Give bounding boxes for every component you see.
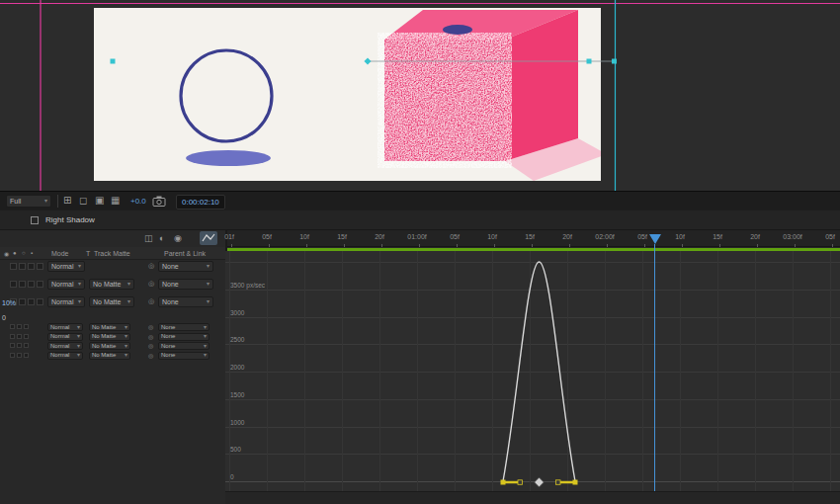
layer-switch[interactable] — [17, 334, 22, 339]
layer-switch[interactable] — [28, 298, 35, 305]
column-mode[interactable]: Mode — [51, 250, 69, 257]
audio-icon: ● — [13, 250, 17, 256]
pickwhip-icon[interactable]: ◎ — [148, 333, 153, 340]
layer-switch[interactable] — [24, 324, 29, 329]
video-eye-icon: ◉ — [4, 250, 9, 257]
motion-blur-icon[interactable]: ◐ — [159, 233, 164, 243]
layer-switch[interactable] — [28, 263, 35, 270]
blend-mode-dropdown[interactable]: Normal▾ — [47, 279, 85, 290]
circle-shadow[interactable] — [186, 150, 271, 166]
column-parent-link[interactable]: Parent & Link — [164, 250, 206, 257]
toggle-mask-visibility-icon[interactable]: ◻ — [79, 196, 87, 206]
auto-keyframe-icon[interactable]: ◉ — [174, 233, 182, 243]
layer-switch[interactable] — [10, 334, 15, 339]
column-t[interactable]: T — [86, 250, 90, 257]
toggle-transparency-grid-icon[interactable]: ▦ — [111, 196, 120, 206]
keyframe-handle-inner-right[interactable] — [556, 480, 561, 485]
layer-switch[interactable] — [17, 353, 22, 358]
viewer-toolbar: Full ▾ ⊞ ◻ ▣ ▦ +0.0 0:00:02:10 — [0, 191, 840, 210]
parent-link-dropdown[interactable]: None▾ — [158, 323, 210, 331]
layer-switch[interactable] — [24, 334, 29, 339]
track-matte-dropdown[interactable]: No Matte▾ — [89, 342, 130, 350]
playhead-line[interactable] — [654, 244, 655, 491]
layer-row: Normal▾ No Matte▾ ◎ None▾ — [0, 333, 225, 341]
keyframe-handle-outer-left[interactable] — [501, 480, 506, 485]
layer-switch[interactable] — [17, 324, 22, 329]
parent-link-dropdown[interactable]: None▾ — [158, 342, 210, 350]
time-ruler[interactable]: 01f 05f 10f 15f 20f 01:00f 05f 10f 15f 2… — [227, 230, 840, 247]
blend-mode-dropdown[interactable]: Normal▾ — [47, 296, 85, 307]
snapshot-camera-icon[interactable] — [152, 196, 166, 207]
graph-editor-toggle[interactable] — [200, 231, 217, 245]
layer-switch[interactable] — [10, 343, 15, 348]
timecode-display[interactable]: 0:00:02:10 — [176, 195, 225, 210]
selection-handle-left[interactable] — [111, 59, 116, 64]
keyframe-diamond[interactable] — [535, 477, 545, 487]
pickwhip-icon[interactable]: ◎ — [148, 297, 154, 305]
layer-row: Normal▾ No Matte▾ ◎ None▾ — [0, 323, 225, 331]
selection-handle-mid[interactable] — [587, 59, 592, 64]
speed-curve[interactable] — [503, 262, 575, 481]
layer-switch[interactable] — [24, 353, 29, 358]
layer-switch[interactable] — [10, 353, 15, 358]
chevron-down-icon: ▾ — [207, 262, 210, 271]
playhead-marker[interactable] — [649, 234, 661, 244]
exposure-value[interactable]: +0.0 — [130, 197, 146, 206]
layer-switch[interactable] — [10, 281, 17, 288]
frame-blending-icon[interactable]: ◫ — [144, 233, 153, 243]
layer-switch[interactable] — [37, 298, 43, 305]
chevron-down-icon: ▾ — [204, 323, 207, 332]
parent-link-dropdown[interactable]: None▾ — [158, 261, 213, 272]
layer-switch[interactable] — [24, 343, 29, 348]
track-matte-dropdown[interactable]: No Matte▾ — [89, 323, 130, 331]
layer-switch[interactable] — [10, 263, 17, 270]
blend-mode-dropdown[interactable]: Normal▾ — [47, 342, 83, 350]
chevron-down-icon: ▾ — [127, 280, 130, 289]
property-value-zero[interactable]: 0 — [2, 314, 6, 321]
grid-and-guide-options-icon[interactable]: ⊞ — [63, 196, 71, 206]
layer-switch[interactable] — [19, 298, 26, 305]
selection-handle-right[interactable] — [612, 59, 617, 64]
parent-link-dropdown[interactable]: None▾ — [158, 352, 210, 360]
track-matte-dropdown[interactable]: No Matte▾ — [89, 296, 134, 307]
blend-mode-dropdown[interactable]: Normal▾ — [47, 261, 85, 272]
chevron-down-icon: ▾ — [77, 332, 80, 341]
graph-editor-area[interactable]: 3500 px/sec 3000 2500 2000 1500 1000 500… — [225, 251, 840, 491]
cube-top-hole[interactable] — [443, 25, 472, 35]
keyframe-handle-inner-left[interactable] — [518, 480, 523, 485]
layer-switch[interactable] — [28, 281, 35, 288]
layer-switch[interactable] — [37, 263, 43, 270]
layer-switch[interactable] — [17, 343, 22, 348]
layer-swatch-icon — [31, 216, 39, 224]
track-matte-dropdown[interactable]: No Matte▾ — [89, 279, 134, 290]
chevron-down-icon: ▾ — [77, 323, 80, 332]
property-value-percent[interactable]: 10% — [2, 299, 16, 306]
blend-mode-dropdown[interactable]: Normal▾ — [47, 323, 83, 331]
blend-mode-dropdown[interactable]: Normal▾ — [47, 352, 83, 360]
layer-switch[interactable] — [19, 263, 26, 270]
track-matte-dropdown[interactable]: No Matte▾ — [89, 352, 130, 360]
column-track-matte[interactable]: Track Matte — [94, 250, 130, 257]
blend-mode-dropdown[interactable]: Normal▾ — [47, 333, 83, 341]
chevron-down-icon: ▾ — [204, 332, 207, 341]
chevron-down-icon: ▾ — [125, 342, 127, 351]
parent-link-dropdown[interactable]: None▾ — [158, 333, 210, 341]
parent-link-dropdown[interactable]: None▾ — [158, 279, 213, 290]
after-effects-window: Full ▾ ⊞ ◻ ▣ ▦ +0.0 0:00:02:10 Right Sha… — [0, 0, 840, 504]
layer-switch[interactable] — [19, 281, 26, 288]
pickwhip-icon[interactable]: ◎ — [148, 323, 153, 330]
layer-name[interactable]: Right Shadow — [45, 215, 95, 224]
chevron-down-icon: ▾ — [207, 297, 210, 306]
pickwhip-icon[interactable]: ◎ — [148, 262, 154, 270]
pickwhip-icon[interactable]: ◎ — [148, 352, 153, 359]
magnification-dropdown[interactable]: Full ▾ — [6, 195, 51, 208]
pickwhip-icon[interactable]: ◎ — [148, 280, 154, 288]
pickwhip-icon[interactable]: ◎ — [148, 342, 153, 349]
layer-switch[interactable] — [10, 324, 15, 329]
parent-link-dropdown[interactable]: None▾ — [158, 296, 213, 307]
keyframe-handle-outer-right[interactable] — [573, 480, 578, 485]
chevron-down-icon: ▾ — [207, 280, 210, 289]
layer-switch[interactable] — [37, 281, 43, 288]
track-matte-dropdown[interactable]: No Matte▾ — [89, 333, 130, 341]
region-of-interest-icon[interactable]: ▣ — [95, 196, 104, 206]
